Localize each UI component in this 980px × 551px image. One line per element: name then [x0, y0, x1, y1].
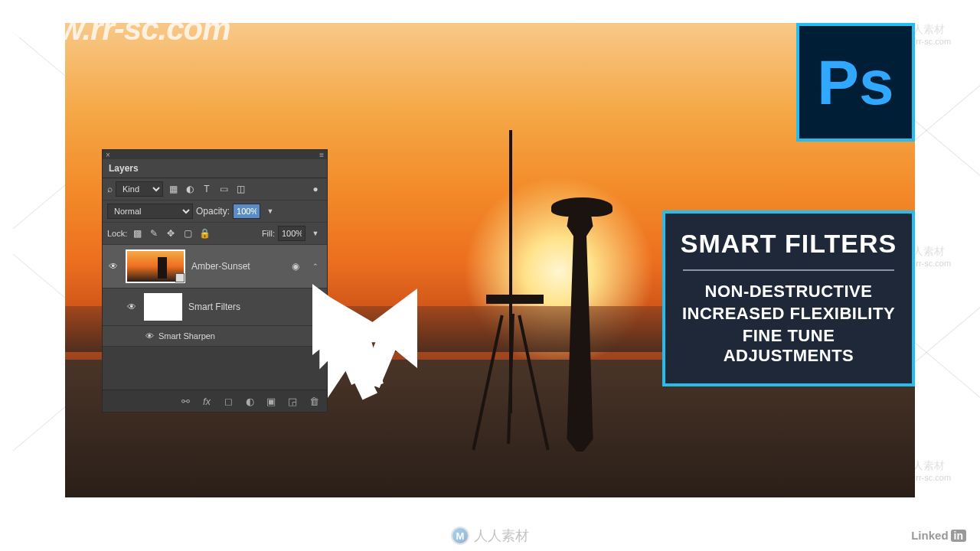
photoshop-logo: Ps [796, 23, 915, 142]
mask-icon[interactable]: ◻ [221, 394, 235, 408]
visibility-icon[interactable]: 👁 [126, 302, 138, 312]
adjustment-layer-icon[interactable]: ◐ [243, 394, 256, 408]
type-filter-icon[interactable]: T [200, 182, 214, 196]
bottom-brand: M 人人素材 [451, 527, 529, 545]
opacity-input[interactable] [233, 204, 260, 219]
panel-footer: ⚯ fx ◻ ◐ ▣ ◲ 🗑 [103, 390, 327, 412]
info-line: INCREASED FLEXIBILITY [677, 304, 900, 324]
lock-artboard-icon[interactable]: ▢ [181, 227, 194, 240]
layer-name[interactable]: Amber-Sunset [191, 261, 283, 272]
fill-dropdown-icon[interactable]: ▼ [309, 227, 322, 240]
filter-mask-thumbnail[interactable] [144, 293, 182, 321]
lock-brush-icon[interactable]: ✎ [147, 227, 161, 240]
smart-object-badge-icon [175, 273, 185, 282]
smart-filters-label: Smart Filters [188, 302, 322, 312]
image-filter-icon[interactable]: ▦ [166, 182, 180, 196]
search-icon: ⌕ [107, 184, 113, 194]
panel-title: Layers [103, 159, 327, 178]
group-icon[interactable]: ▣ [264, 394, 278, 408]
panel-menu-icon[interactable]: ≡ [319, 151, 324, 159]
linkedin-badge: Linkedin [911, 529, 966, 542]
divider [683, 269, 894, 271]
lock-all-icon[interactable]: 🔒 [198, 227, 211, 240]
ps-logo-text: Ps [817, 47, 893, 119]
opacity-label: Opacity: [196, 206, 230, 217]
link-layers-icon[interactable]: ⚯ [178, 394, 192, 408]
info-box: SMART FILTERS NON-DESTRUCTIVE INCREASED … [662, 210, 915, 386]
blend-row: Normal Opacity: ▼ [103, 201, 327, 223]
info-line: NON-DESTRUCTIVE [677, 282, 900, 302]
shape-filter-icon[interactable]: ▭ [217, 182, 230, 196]
collapse-icon[interactable]: ⌃ [309, 259, 322, 273]
layer-filter-fx-icon[interactable]: ◉ [289, 259, 302, 273]
layer-thumbnail[interactable] [126, 249, 185, 283]
layers-panel: × ≡ Layers ⌕ Kind ▦ ◐ T ▭ ◫ ● Normal Opa… [102, 149, 328, 412]
smartobj-filter-icon[interactable]: ◫ [234, 182, 247, 196]
visibility-icon[interactable]: 👁 [107, 261, 119, 272]
info-title: SMART FILTERS [677, 229, 900, 259]
visibility-icon[interactable]: 👁 [145, 331, 154, 341]
filter-name: Smart Sharpen [158, 331, 215, 341]
filter-smart-sharpen[interactable]: 👁 Smart Sharpen ⚌ [103, 326, 327, 347]
arrow-annotation [312, 283, 412, 406]
panel-empty-area [103, 347, 327, 390]
info-line: FINE TUNE ADJUSTMENTS [677, 326, 900, 366]
lock-position-icon[interactable]: ✥ [164, 227, 178, 240]
lock-row: Lock: ▩ ✎ ✥ ▢ 🔒 Fill: ▼ [103, 223, 327, 245]
filter-type-row: ⌕ Kind ▦ ◐ T ▭ ◫ ● [103, 178, 327, 201]
fill-input[interactable] [278, 226, 305, 241]
kind-select[interactable]: Kind [116, 181, 163, 197]
layer-item-amber-sunset[interactable]: 👁 Amber-Sunset ◉ ⌃ [103, 245, 327, 289]
panel-close-icon[interactable]: × [106, 151, 110, 159]
smart-filters-row[interactable]: 👁 Smart Filters [103, 289, 327, 326]
fx-icon[interactable]: fx [200, 394, 214, 408]
lock-label: Lock: [107, 229, 127, 238]
lock-transparency-icon[interactable]: ▩ [130, 227, 144, 240]
new-layer-icon[interactable]: ◲ [286, 394, 299, 408]
fill-label: Fill: [262, 229, 275, 238]
filter-toggle-icon[interactable]: ● [309, 182, 322, 196]
watermark-url: www.rr-sc.com [11, 11, 230, 47]
adjustment-filter-icon[interactable]: ◐ [183, 182, 197, 196]
blend-mode-select[interactable]: Normal [107, 204, 193, 219]
opacity-dropdown-icon[interactable]: ▼ [263, 204, 277, 218]
